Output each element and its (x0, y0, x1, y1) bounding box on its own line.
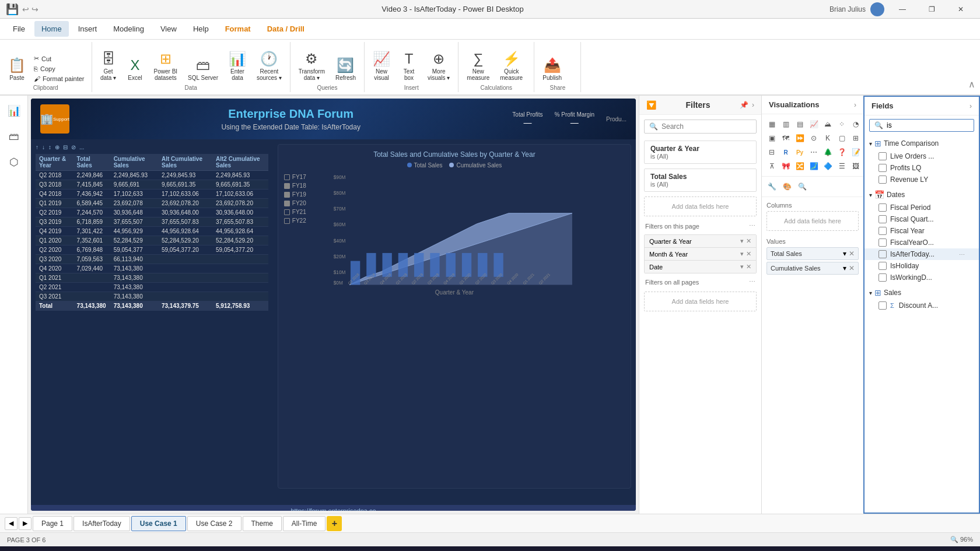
field-fiscal-quart[interactable]: Fiscal Quart... (864, 213, 979, 225)
excel-button[interactable]: X Excel (124, 55, 147, 83)
viz-waterfall[interactable]: ⊼ (765, 160, 778, 173)
fy19-item[interactable]: FY19 (284, 191, 306, 198)
sidebar-data-icon[interactable]: 🗃 (4, 126, 24, 147)
viz-matrix[interactable]: ⊟ (765, 146, 778, 159)
viz-combo[interactable]: 🔀 (793, 160, 806, 173)
filter-add-all-pages[interactable]: Add data fields here (644, 292, 757, 311)
menu-file[interactable]: File (6, 21, 32, 37)
tab-nav-prev[interactable]: ◀ (5, 517, 18, 530)
new-measure-button[interactable]: ∑ Newmeasure (463, 48, 493, 83)
sql-server-button[interactable]: 🗃 SQL Server (184, 55, 222, 83)
enter-data-button[interactable]: 📊 Enterdata (225, 48, 250, 83)
viz-clustered-bar[interactable]: ▤ (793, 118, 806, 131)
fy18-item[interactable]: FY18 (284, 183, 306, 189)
refresh-button[interactable]: 🔄 Refresh (332, 55, 359, 83)
viz-shape-map[interactable]: 🔷 (821, 160, 834, 173)
menu-view[interactable]: View (153, 21, 184, 37)
viz-decomp-tree[interactable]: 🌲 (821, 146, 834, 159)
field-live-orders[interactable]: Live Orders ... (864, 150, 979, 162)
remove-page-filter-month[interactable]: ✕ (746, 250, 751, 258)
tab-is-after-today[interactable]: IsAfterToday (74, 516, 130, 531)
viz-stacked-bar[interactable]: ▥ (779, 118, 792, 131)
viz-funnel[interactable]: ⏩ (793, 132, 806, 145)
copy-button[interactable]: ⎘ Copy (32, 64, 87, 73)
field-discount-a[interactable]: Σ Discount A... (864, 300, 979, 311)
tab-theme[interactable]: Theme (243, 516, 282, 531)
cut-button[interactable]: ✂ Cut (32, 54, 87, 64)
remove-page-filter-quarter[interactable]: ✕ (746, 237, 751, 245)
menu-data-drill[interactable]: Data / Drill (260, 21, 312, 37)
field-is-after-today[interactable]: IsAfterToday... ⋯ (864, 248, 979, 260)
transform-data-button[interactable]: ⚙ Transformdata ▾ (295, 48, 328, 83)
viz-slicer[interactable]: ☰ (835, 160, 848, 173)
new-visual-button[interactable]: 📈 Newvisual (369, 48, 394, 83)
filter-search-input[interactable] (662, 122, 751, 131)
tab-nav-next[interactable]: ▶ (19, 517, 32, 530)
viz-treemap[interactable]: ▣ (765, 132, 778, 145)
filters-all-pages-more-icon[interactable]: ⋯ (749, 278, 755, 286)
filter-search-box[interactable]: 🔍 (644, 120, 757, 134)
menu-format[interactable]: Format (218, 21, 258, 37)
close-button[interactable]: ✕ (947, 0, 974, 19)
minimize-button[interactable]: — (889, 0, 916, 19)
viz-ribbon[interactable]: 🎀 (779, 160, 792, 173)
sidebar-model-icon[interactable]: ⬡ (4, 152, 24, 173)
field-profits-lq[interactable]: Profits LQ (864, 162, 979, 174)
viz-qa[interactable]: ❓ (835, 146, 848, 159)
tab-use-case-1[interactable]: Use Case 1 (131, 516, 186, 531)
fields-group-sales-header[interactable]: ▾ ⊞ Sales (864, 286, 979, 300)
fields-group-time-comparison-header[interactable]: ▾ ⊞ Time Comparison (864, 136, 979, 150)
page-filter-date[interactable]: Date ▾ ✕ (645, 261, 756, 273)
field-is-holiday[interactable]: IsHoliday (864, 260, 979, 272)
fy21-item[interactable]: FY21 (284, 209, 306, 215)
page-filter-quarter[interactable]: Quarter & Year ▾ ✕ (645, 235, 756, 248)
viz-expand-icon[interactable]: › (854, 101, 856, 109)
cumulative-sales-remove[interactable]: ✕ (849, 264, 855, 272)
total-sales-remove[interactable]: ✕ (849, 250, 855, 258)
menu-help[interactable]: Help (186, 21, 216, 37)
restore-button[interactable]: ❐ (918, 0, 945, 19)
viz-card[interactable]: ▢ (835, 132, 848, 145)
viz-area-chart[interactable]: ⛰ (821, 118, 834, 131)
sidebar-report-icon[interactable]: 📊 (4, 100, 24, 121)
get-data-button[interactable]: 🗄 Getdata ▾ (97, 48, 120, 83)
more-visuals-button[interactable]: ⊕ Morevisuals ▾ (424, 48, 453, 83)
viz-kpi[interactable]: K (821, 132, 834, 145)
tab-all-time[interactable]: All-Time (283, 516, 326, 531)
fields-search-box[interactable]: 🔍 (869, 119, 974, 132)
remove-page-filter-date[interactable]: ✕ (746, 263, 751, 271)
viz-format-icon[interactable]: 🎨 (780, 180, 793, 193)
fields-group-dates-header[interactable]: ▾ 📅 Dates (864, 188, 979, 202)
menu-home[interactable]: Home (34, 21, 69, 37)
viz-r-visual[interactable]: R (779, 146, 792, 159)
menu-modeling[interactable]: Modeling (106, 21, 151, 37)
field-fiscal-year[interactable]: Fiscal Year (864, 225, 979, 237)
filters-pin-icon[interactable]: 📌 (740, 101, 748, 109)
viz-build-icon[interactable]: 🔧 (765, 180, 778, 193)
cumulative-sales-dropdown[interactable]: ▾ (843, 264, 846, 272)
power-bi-datasets-button[interactable]: ⊞ Power BIdatasets (150, 48, 181, 83)
publish-button[interactable]: 📤 Publish (539, 55, 565, 83)
viz-pie[interactable]: ◔ (849, 118, 862, 131)
filters-page-more-icon[interactable]: ⋯ (749, 222, 755, 230)
field-fiscal-year-o[interactable]: FiscalYearO... (864, 237, 979, 248)
page-filter-month[interactable]: Month & Year ▾ ✕ (645, 248, 756, 261)
tab-page1[interactable]: Page 1 (33, 516, 72, 531)
format-painter-button[interactable]: 🖌 Format painter (32, 74, 87, 83)
quick-measure-button[interactable]: ⚡ Quickmeasure (496, 48, 526, 83)
viz-gauge[interactable]: ⊙ (807, 132, 820, 145)
tab-use-case-2[interactable]: Use Case 2 (187, 516, 242, 531)
fields-search-input[interactable] (887, 121, 969, 129)
text-box-button[interactable]: T Textbox (397, 48, 421, 83)
field-fiscal-period[interactable]: Fiscal Period (864, 202, 979, 213)
total-sales-dropdown[interactable]: ▾ (843, 250, 846, 258)
tab-add-button[interactable]: + (327, 516, 342, 531)
viz-bar-chart[interactable]: ▦ (765, 118, 778, 131)
field-revenue-ly[interactable]: Revenue LY (864, 174, 979, 185)
viz-table[interactable]: ⊞ (849, 132, 862, 145)
collapse-ribbon-button[interactable]: ∧ (968, 79, 975, 90)
viz-columns-add[interactable]: Add data fields here (766, 211, 859, 231)
viz-python[interactable]: Py (793, 146, 806, 159)
viz-analytics-icon[interactable]: 🔍 (796, 180, 808, 193)
fields-expand-icon[interactable]: › (970, 102, 972, 110)
